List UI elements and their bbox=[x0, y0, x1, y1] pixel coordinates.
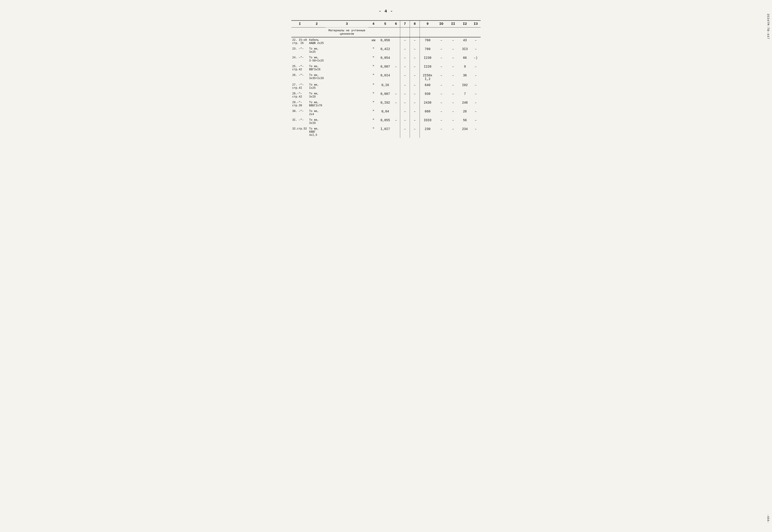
cell-row6-col5: 0,007 bbox=[378, 91, 392, 100]
cell-row8-col1: 30. –"– bbox=[291, 109, 308, 117]
cell-row8-col10: – bbox=[435, 109, 447, 117]
cell-row7-col1: 29.–"– стр.39 bbox=[291, 100, 308, 109]
cell-row10-col9: 230 bbox=[420, 126, 435, 138]
cell-row1-col10: – bbox=[435, 46, 447, 55]
subheader-5 bbox=[378, 27, 392, 37]
cell-row10-col2: То же, КВВГ 4хI,5 bbox=[308, 126, 325, 138]
cell-row2-col7: – bbox=[400, 55, 410, 64]
table-row: 25. –"– стр.42То же, ВВГ3хI6"0,007–––I22… bbox=[291, 64, 481, 73]
cell-row8-col9: 660 bbox=[420, 109, 435, 117]
cell-row2-col4: " bbox=[368, 55, 378, 64]
cell-row4-col10: – bbox=[435, 73, 447, 82]
cell-row9-col10: – bbox=[435, 117, 447, 126]
cell-row6-col10: – bbox=[435, 91, 447, 100]
cell-row9-col3 bbox=[325, 117, 368, 126]
cell-row9-col9: IOIO bbox=[420, 117, 435, 126]
cell-row1-col7: – bbox=[400, 46, 410, 55]
cell-row2-col13: –) bbox=[471, 55, 481, 64]
cell-row9-col5: 0,055 bbox=[378, 117, 392, 126]
cell-row1-col13: – bbox=[471, 46, 481, 55]
cell-row10-col13: – bbox=[471, 126, 481, 138]
cell-row3-col8: – bbox=[410, 64, 420, 73]
cell-row1-col2: То же, 3х25 bbox=[308, 46, 325, 55]
cell-row6-col3 bbox=[325, 91, 368, 100]
cell-row7-col13: – bbox=[471, 100, 481, 109]
cell-row7-col8: – bbox=[410, 100, 420, 109]
cell-row7-col10: – bbox=[435, 100, 447, 109]
cell-row0-col13: – bbox=[471, 37, 481, 46]
cell-row4-col6 bbox=[392, 73, 400, 82]
cell-row6-col8: – bbox=[410, 91, 420, 100]
table-row: 22. I5–о9 стр. I6Кабель ААШВ 2х25км0,056… bbox=[291, 37, 481, 46]
page-title: - 4 - bbox=[291, 9, 481, 14]
table-row: 27. –"– стр.4IТо же, Iх25"0,I6––640––I02… bbox=[291, 82, 481, 91]
cell-row3-col1: 25. –"– стр.42 bbox=[291, 64, 308, 73]
cell-row0-col6 bbox=[392, 37, 400, 46]
col-header-6: 6 bbox=[392, 20, 400, 27]
cell-row9-col8: – bbox=[410, 117, 420, 126]
col-header-12: I2 bbox=[459, 20, 471, 27]
table-row: 24. –"–То же, 3·50+Iх25"0,054––I230––66–… bbox=[291, 55, 481, 64]
cell-row10-col6 bbox=[392, 126, 400, 138]
cell-row10-col1: 32.стр.52 bbox=[291, 126, 308, 138]
cell-row6-col2: То же, 3хIO bbox=[308, 91, 325, 100]
table-row: 30. –"–То же, 2х4"0,04––660––26– bbox=[291, 109, 481, 117]
cell-row4-col12: 36 bbox=[459, 73, 471, 82]
col-header-1: I bbox=[291, 20, 308, 27]
cell-row1-col5: 0,4I2 bbox=[378, 46, 392, 55]
cell-row0-col3 bbox=[325, 37, 368, 46]
cell-row4-col9: 2I50хI,2 bbox=[420, 73, 435, 82]
cell-row7-col12: 248 bbox=[459, 100, 471, 109]
subheader-9 bbox=[420, 27, 435, 37]
cell-row6-col4: " bbox=[368, 91, 378, 100]
col-header-11: II bbox=[447, 20, 459, 27]
cell-row0-col5: 0,056 bbox=[378, 37, 392, 46]
cell-row6-col13: – bbox=[471, 91, 481, 100]
cell-row5-col9: 640 bbox=[420, 82, 435, 91]
cell-row0-col12: 43 bbox=[459, 37, 471, 46]
subheader-12 bbox=[459, 27, 471, 37]
cell-row4-col7: – bbox=[400, 73, 410, 82]
cell-row3-col10: – bbox=[435, 64, 447, 73]
table-row: 26. –"–То же, 3х35+IхIO"0,0I4––2I50хI,2–… bbox=[291, 73, 481, 82]
cell-row10-col11: – bbox=[447, 126, 459, 138]
cell-row2-col9: I230 bbox=[420, 55, 435, 64]
cell-row2-col1: 24. –"– bbox=[291, 55, 308, 64]
cell-row7-col6: – bbox=[392, 100, 400, 109]
cell-row1-col9: 760 bbox=[420, 46, 435, 55]
col-header-13: I3 bbox=[471, 20, 481, 27]
cell-row8-col6 bbox=[392, 109, 400, 117]
cell-row7-col9: 2430 bbox=[420, 100, 435, 109]
cell-row1-col11: – bbox=[447, 46, 459, 55]
cell-row0-col7: – bbox=[400, 37, 410, 46]
subheader-11 bbox=[447, 27, 459, 37]
table-row: 28.–"– стр.42То же, 3хIO"0,007–––930––7– bbox=[291, 91, 481, 100]
side-label-top: 35З4ТМ-ТЮ-447 bbox=[766, 14, 770, 39]
cell-row4-col13: – bbox=[471, 73, 481, 82]
subheader-6 bbox=[392, 27, 400, 37]
cell-row7-col4: " bbox=[368, 100, 378, 109]
side-label-bottom: -444- bbox=[766, 514, 770, 523]
cell-row3-col12: 9 bbox=[459, 64, 471, 73]
cell-row6-col11: – bbox=[447, 91, 459, 100]
cell-row4-col4: " bbox=[368, 73, 378, 82]
cell-row3-col7: – bbox=[400, 64, 410, 73]
cell-row2-col3 bbox=[325, 55, 368, 64]
cell-row6-col7: – bbox=[400, 91, 410, 100]
cell-row0-col2: Кабель ААШВ 2х25 bbox=[308, 37, 325, 46]
cell-row5-col2: То же, Iх25 bbox=[308, 82, 325, 91]
cell-row8-col11: – bbox=[447, 109, 459, 117]
table-row: 29.–"– стр.39То же, ВВБГ2х70"0,I02–––243… bbox=[291, 100, 481, 109]
subheader-7 bbox=[400, 27, 410, 37]
cell-row2-col2: То же, 3·50+Iх25 bbox=[308, 55, 325, 64]
col-header-5: 5 bbox=[378, 20, 392, 27]
subheader-2 bbox=[308, 27, 325, 37]
main-table: I 2 3 4 5 6 7 8 9 IO II I2 I3 Материалы … bbox=[291, 20, 481, 138]
cell-row8-col7: – bbox=[400, 109, 410, 117]
cell-row9-col2: То же, 3хIO bbox=[308, 117, 325, 126]
cell-row3-col6: – bbox=[392, 64, 400, 73]
cell-row6-col1: 28.–"– стр.42 bbox=[291, 91, 308, 100]
cell-row0-col1: 22. I5–о9 стр. I6 bbox=[291, 37, 308, 46]
cell-row8-col5: 0,04 bbox=[378, 109, 392, 117]
cell-row5-col3 bbox=[325, 82, 368, 91]
